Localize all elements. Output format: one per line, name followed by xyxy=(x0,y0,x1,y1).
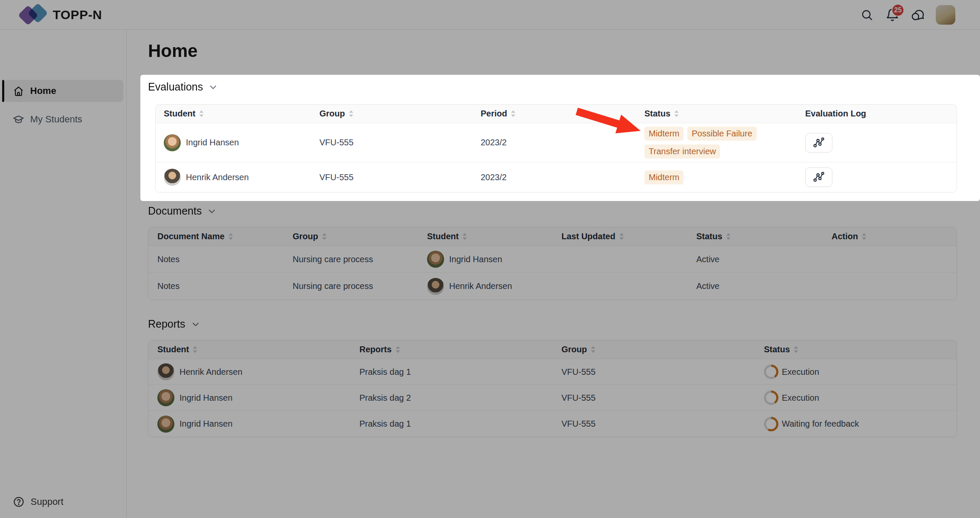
report-cell: Praksis dag 1 xyxy=(350,419,553,429)
sidebar-item-my-students[interactable]: My Students xyxy=(4,108,123,130)
student-name: Ingrid Hansen xyxy=(179,419,233,429)
student-cell: Ingrid Hansen xyxy=(148,416,350,433)
table-row: NotesNursing care processHenrik Andersen… xyxy=(148,273,957,300)
table-body: Henrik AndersenPraksis dag 1VFU-555Execu… xyxy=(148,359,957,437)
evaluation-log-icon xyxy=(812,136,825,149)
student-cell: Henrik Andersen xyxy=(148,363,350,380)
notifications-bell-icon[interactable]: 25 xyxy=(885,7,900,23)
group-cell: VFU-555 xyxy=(311,173,473,182)
brand[interactable]: TOPP-N xyxy=(20,0,102,30)
student-cell: Ingrid Hansen xyxy=(156,134,311,151)
sort-icon xyxy=(793,345,799,354)
sort-icon xyxy=(228,232,234,241)
report-cell: Praksis dag 1 xyxy=(350,367,553,377)
chevron-down-icon[interactable] xyxy=(191,319,201,329)
table-row: Ingrid HansenPraksis dag 1VFU-555Waiting… xyxy=(148,411,957,437)
status-cell: Midterm xyxy=(636,167,797,188)
table-row: NotesNursing care processIngrid HansenAc… xyxy=(148,246,957,273)
column-header-group[interactable]: Group xyxy=(311,109,473,119)
column-header-group[interactable]: Group xyxy=(284,232,418,241)
sort-icon xyxy=(462,232,467,241)
section-label: Documents xyxy=(148,205,202,217)
status-badges: Midterm xyxy=(644,167,684,188)
status-cell-value: Active xyxy=(696,255,719,264)
group-cell: VFU-555 xyxy=(311,138,473,147)
column-label: Status xyxy=(644,109,670,119)
column-header-group[interactable]: Group xyxy=(553,345,755,354)
column-label: Document Name xyxy=(157,232,225,241)
column-label: Group xyxy=(293,232,318,241)
document-name-cell-value: Notes xyxy=(157,281,179,291)
column-header-student[interactable]: Student xyxy=(148,345,350,354)
table-row: Ingrid HansenPraksis dag 2VFU-555Executi… xyxy=(148,385,957,411)
group-cell-value: VFU-555 xyxy=(561,367,595,377)
brand-name: TOPP-N xyxy=(53,8,102,22)
student-name: Henrik Andersen xyxy=(449,281,512,291)
table-row: Ingrid HansenVFU-5552023/2MidtermPossibl… xyxy=(156,123,957,162)
status-cell: Active xyxy=(687,255,823,264)
table-body: NotesNursing care processIngrid HansenAc… xyxy=(148,246,957,300)
column-header-status[interactable]: Status xyxy=(755,345,957,354)
section-label: Evaluations xyxy=(148,81,203,93)
avatar xyxy=(427,251,444,268)
reports-section-title: Reports xyxy=(148,318,201,330)
status-badge-transfer-interview: Transfer interview xyxy=(644,144,720,159)
student-cell: Ingrid Hansen xyxy=(418,251,553,268)
status-cell: Execution xyxy=(755,391,957,405)
notification-count-badge: 25 xyxy=(892,4,904,17)
period-cell: 2023/2 xyxy=(473,138,636,147)
report-cell-value: Praksis dag 2 xyxy=(359,393,411,403)
reports-table: StudentReportsGroupStatus Henrik Anderse… xyxy=(148,340,957,437)
group-cell-value: VFU-555 xyxy=(319,138,353,147)
table-header-row: StudentReportsGroupStatus xyxy=(148,340,957,359)
chevron-down-icon[interactable] xyxy=(208,82,218,92)
column-header-evaluation-log[interactable]: Evaluation Log xyxy=(797,109,957,119)
column-label: Student xyxy=(164,109,195,119)
sort-icon xyxy=(192,345,198,354)
column-header-status[interactable]: Status xyxy=(636,109,797,119)
column-header-student[interactable]: Student xyxy=(418,232,553,241)
table-row: Henrik AndersenVFU-5552023/2Midterm xyxy=(156,162,957,192)
column-header-last-updated[interactable]: Last Updated xyxy=(553,232,687,241)
chevron-down-icon[interactable] xyxy=(207,206,217,216)
status-cell: Execution xyxy=(755,365,957,379)
group-cell-value: VFU-555 xyxy=(319,173,353,182)
table-header-row: Document NameGroupStudentLast UpdatedSta… xyxy=(148,227,957,246)
sidebar-item-home[interactable]: Home xyxy=(4,80,123,102)
group-cell: VFU-555 xyxy=(553,419,755,429)
support-link[interactable]: Support xyxy=(13,496,63,508)
column-header-action[interactable]: Action xyxy=(823,232,957,241)
progress-ring-icon xyxy=(764,417,778,431)
column-header-period[interactable]: Period xyxy=(473,109,636,119)
section-label: Reports xyxy=(148,318,185,330)
status-badges: MidtermPossible FailureTransfer intervie… xyxy=(644,123,797,162)
column-label: Action xyxy=(832,232,858,241)
search-icon[interactable] xyxy=(859,7,875,23)
evaluation-log-cell xyxy=(797,167,957,187)
group-cell-value: Nursing care process xyxy=(293,255,373,264)
topbar-actions: 25 xyxy=(859,0,955,30)
sort-icon xyxy=(674,110,679,118)
column-header-reports[interactable]: Reports xyxy=(350,345,553,354)
column-header-status[interactable]: Status xyxy=(687,232,823,241)
user-avatar[interactable] xyxy=(936,5,955,25)
column-header-document-name[interactable]: Document Name xyxy=(148,232,284,241)
student-name: Ingrid Hansen xyxy=(449,255,502,264)
student-name: Henrik Andersen xyxy=(179,367,242,377)
progress-ring-icon xyxy=(764,391,778,405)
status-badge-midterm: Midterm xyxy=(644,127,684,141)
document-name-cell-value: Notes xyxy=(157,255,179,264)
column-header-student[interactable]: Student xyxy=(156,109,311,119)
evaluation-log-button[interactable] xyxy=(805,133,832,153)
group-cell: Nursing care process xyxy=(284,281,418,291)
evaluations-table: StudentGroupPeriodStatusEvaluation Log I… xyxy=(155,104,957,192)
period-cell-value: 2023/2 xyxy=(481,173,507,182)
status-cell-value: Active xyxy=(696,281,719,291)
sort-icon xyxy=(322,232,327,241)
help-circle-icon xyxy=(13,496,25,508)
evaluation-log-cell xyxy=(797,133,957,153)
group-cell: Nursing care process xyxy=(284,255,418,264)
document-name-cell: Notes xyxy=(148,255,284,264)
chat-icon[interactable] xyxy=(910,7,926,23)
evaluation-log-button[interactable] xyxy=(805,167,832,187)
